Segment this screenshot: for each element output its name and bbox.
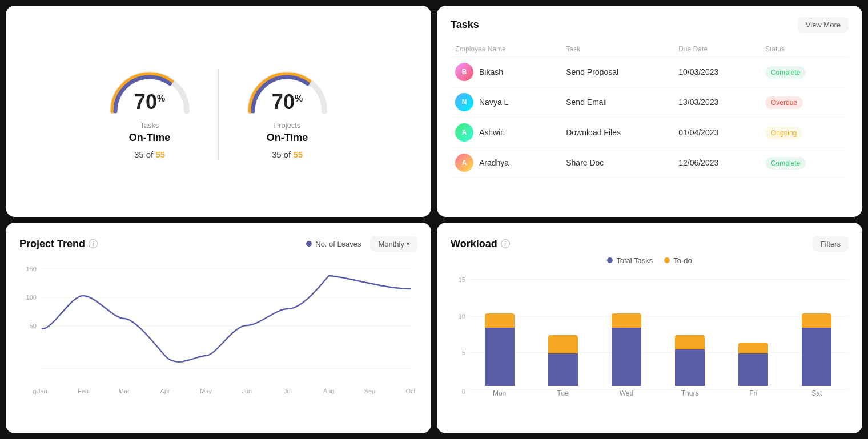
- bar-stack: [738, 343, 768, 386]
- status-cell: Ongoing: [761, 118, 849, 148]
- status-cell: Complete: [761, 57, 849, 87]
- task-cell: Download Files: [561, 118, 674, 148]
- tasks-header: Tasks View More: [451, 17, 849, 33]
- due-date-cell: 01/04/2023: [674, 118, 761, 148]
- trend-chart-area: 150 100 50 0 Jan Feb Mar Apr: [19, 263, 417, 400]
- bar-chart-inner: MonTueWedThursFriSat: [468, 274, 849, 411]
- bar-segment-todo: [738, 343, 768, 353]
- bar-segment-total: [485, 328, 515, 385]
- status-badge: Complete: [765, 157, 806, 170]
- tasks-card: Tasks View More Employee Name Task Due D…: [437, 6, 862, 217]
- svg-text:Apr: Apr: [160, 387, 170, 394]
- total-tasks-legend-label: Total Tasks: [616, 256, 653, 265]
- project-trend-card: Project Trend i No. of Leaves Monthly ▾ …: [6, 223, 431, 434]
- monthly-label: Monthly: [378, 240, 404, 248]
- avatar: N: [455, 93, 473, 111]
- svg-text:100: 100: [26, 293, 37, 300]
- table-row: A Ashwin Download Files 01/04/2023 Ongoi…: [451, 118, 849, 148]
- trend-legend-label: No. of Leaves: [315, 240, 361, 248]
- avatar: A: [455, 154, 473, 172]
- workload-legend: Total Tasks To-do: [451, 256, 849, 265]
- total-tasks-legend: Total Tasks: [607, 256, 653, 265]
- bar-segment-total: [548, 353, 578, 386]
- svg-text:150: 150: [26, 265, 37, 272]
- projects-gauge-value: 70%: [272, 90, 303, 114]
- employee-name: Aradhya: [479, 158, 509, 167]
- table-row: N Navya L Send Email 13/03/2023 Overdue: [451, 87, 849, 118]
- bar-stack: [675, 335, 705, 386]
- projects-total: 55: [293, 150, 303, 159]
- svg-text:0: 0: [33, 388, 37, 395]
- ontime-card: 70% Tasks On-Time 35 of 55 70%: [6, 6, 431, 217]
- svg-text:Sep: Sep: [364, 387, 375, 394]
- bar-segment-total: [612, 328, 641, 385]
- tasks-table-body: B Bikash Send Proposal 10/03/2023 Comple…: [451, 57, 849, 178]
- employee-name: Ashwin: [479, 128, 505, 137]
- employee-cell: A Ashwin: [451, 118, 561, 148]
- trend-legend-dot: [306, 241, 312, 247]
- bar-stack: [485, 313, 515, 386]
- svg-text:Mar: Mar: [119, 387, 130, 394]
- projects-label: Projects: [274, 121, 301, 130]
- workload-info-icon: i: [501, 239, 510, 248]
- table-row: A Aradhya Share Doc 12/06/2023 Complete: [451, 148, 849, 178]
- tasks-stats: 35 of 55: [134, 150, 165, 159]
- todo-legend: To-do: [664, 256, 692, 265]
- filters-button[interactable]: Filters: [813, 236, 849, 252]
- bar-segment-total: [802, 328, 831, 385]
- bar-group: Tue: [548, 335, 578, 397]
- status-badge: Complete: [765, 66, 806, 79]
- avatar: A: [455, 123, 473, 142]
- section-divider: [218, 69, 219, 160]
- tasks-total: 55: [155, 150, 165, 159]
- employee-cell: N Navya L: [451, 87, 561, 118]
- bar-segment-todo: [612, 313, 641, 328]
- due-date-cell: 12/06/2023: [674, 148, 761, 178]
- bar-segment-todo: [675, 335, 705, 349]
- bar-group: Thurs: [675, 335, 705, 397]
- projects-ontime-section: 70% Projects On-Time 35 of 55: [242, 63, 333, 159]
- trend-title: Project Trend i: [19, 238, 98, 250]
- svg-text:Aug: Aug: [323, 387, 334, 394]
- status-cell: Complete: [761, 148, 849, 178]
- bar-day-label: Thurs: [681, 389, 699, 397]
- total-tasks-legend-dot: [607, 257, 613, 263]
- tasks-table: Employee Name Task Due Date Status B Bik…: [451, 42, 849, 178]
- trend-controls: No. of Leaves Monthly ▾: [306, 236, 417, 252]
- bar-day-label: Tue: [557, 389, 569, 397]
- projects-stats: 35 of 55: [272, 150, 303, 159]
- avatar: B: [455, 63, 473, 81]
- trend-legend: No. of Leaves: [306, 240, 361, 248]
- task-cell: Send Email: [561, 87, 674, 118]
- trend-chart-svg: 150 100 50 0 Jan Feb Mar Apr: [19, 263, 417, 400]
- bar-group: Fri: [738, 343, 768, 397]
- svg-text:10: 10: [459, 312, 465, 319]
- table-row: B Bikash Send Proposal 10/03/2023 Comple…: [451, 57, 849, 87]
- bar-group: Wed: [612, 313, 641, 397]
- bar-stack: [802, 313, 831, 386]
- status-badge: Overdue: [765, 96, 803, 109]
- task-cell: Send Proposal: [561, 57, 674, 87]
- view-more-button[interactable]: View More: [798, 17, 849, 33]
- workload-title: Workload i: [451, 238, 510, 250]
- col-task: Task: [561, 42, 674, 57]
- bar-day-label: Fri: [749, 389, 757, 397]
- projects-subtitle: On-Time: [267, 132, 308, 144]
- employee-name: Bikash: [479, 67, 503, 76]
- trend-header: Project Trend i No. of Leaves Monthly ▾: [19, 236, 417, 252]
- trend-info-icon: i: [89, 239, 98, 248]
- workload-card: Workload i Filters Total Tasks To-do 15 …: [437, 223, 862, 434]
- trend-title-text: Project Trend: [19, 238, 85, 250]
- tasks-gauge: 70%: [104, 63, 195, 114]
- task-cell: Share Doc: [561, 148, 674, 178]
- workload-title-text: Workload: [451, 238, 497, 250]
- svg-text:Oct: Oct: [406, 387, 416, 394]
- todo-legend-label: To-do: [673, 256, 692, 265]
- tasks-card-title: Tasks: [451, 19, 479, 31]
- bar-group: Sat: [802, 313, 831, 397]
- todo-legend-dot: [664, 257, 670, 263]
- bar-stack: [548, 335, 578, 386]
- svg-text:50: 50: [30, 322, 37, 329]
- svg-text:Jun: Jun: [242, 387, 252, 394]
- monthly-button[interactable]: Monthly ▾: [370, 236, 417, 252]
